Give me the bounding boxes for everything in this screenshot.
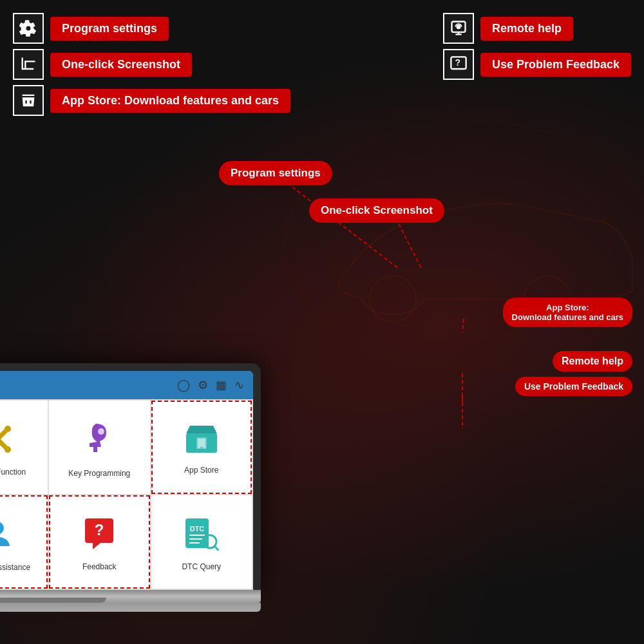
user-icon[interactable]: ◯ xyxy=(177,378,190,392)
remote-icon-box xyxy=(443,13,474,44)
dtc-query-label: DTC Query xyxy=(182,562,221,571)
key-programming-label: Key Programming xyxy=(68,469,130,478)
store-icon xyxy=(19,91,37,109)
app-card-remote-assistance[interactable]: Remote Assistance xyxy=(0,495,48,589)
dtc-query-icon: DTC xyxy=(184,517,219,556)
svg-point-24 xyxy=(5,426,11,432)
program-settings-label: Program settings xyxy=(50,17,169,41)
svg-rect-40 xyxy=(185,518,209,548)
app-header: ← ◯ ⚙ ▦ ∿ xyxy=(0,371,253,399)
svg-point-26 xyxy=(5,446,11,453)
feature-item-remote-help[interactable]: Remote help xyxy=(443,13,573,44)
app-card-special-function[interactable]: Special Function xyxy=(0,401,48,494)
callout-screenshot: One-click Screenshot xyxy=(309,198,444,223)
feature-list-right: Remote help ? Use Problem Feedback xyxy=(443,13,631,80)
special-function-icon xyxy=(0,422,14,461)
appstore-icon xyxy=(185,424,218,459)
feedback-label: Feedback xyxy=(82,562,117,571)
settings-gear-icon[interactable]: ⚙ xyxy=(198,378,208,392)
wifi-icon[interactable]: ∿ xyxy=(234,378,244,392)
svg-text:DTC: DTC xyxy=(189,525,204,533)
crop-icon-box xyxy=(13,49,44,80)
feedback-icon: ? xyxy=(450,55,468,73)
feedback-app-icon: ? xyxy=(82,517,116,556)
gear-icon xyxy=(19,19,37,37)
header-icons: ◯ ⚙ ▦ ∿ xyxy=(177,378,244,392)
crop-icon xyxy=(19,55,37,73)
callout-appstore-sub: Download features and cars xyxy=(512,312,623,322)
app-card-feedback[interactable]: ? Feedback xyxy=(49,495,150,589)
feedback-icon-box: ? xyxy=(443,49,474,80)
feature-item-screenshot[interactable]: One-click Screenshot xyxy=(13,49,290,80)
svg-text:?: ? xyxy=(455,57,460,68)
remote-assistance-icon xyxy=(0,516,15,556)
callout-appstore: App Store: Download features and cars xyxy=(503,298,632,327)
callout-screenshot-text: One-click Screenshot xyxy=(321,204,433,216)
app-card-appstore[interactable]: App Store xyxy=(151,401,252,494)
feature-list-left: Program settings One-click Screenshot Ap… xyxy=(13,13,290,116)
key-programming-icon xyxy=(83,421,115,462)
use-problem-feedback-label: Use Problem Feedback xyxy=(480,53,631,77)
screenshot-label: One-click Screenshot xyxy=(50,53,192,77)
svg-point-0 xyxy=(285,121,644,368)
remote-icon xyxy=(450,19,468,37)
app-card-dtc-query[interactable]: DTC DTC Query xyxy=(151,495,252,589)
svg-text:?: ? xyxy=(95,521,104,538)
svg-point-35 xyxy=(0,522,4,535)
callout-remote-text: Remote help xyxy=(562,355,623,366)
feature-item-appstore[interactable]: App Store: Download features and cars xyxy=(13,85,290,116)
remote-assistance-label: Remote Assistance xyxy=(0,563,30,572)
gear-icon-box xyxy=(13,13,44,44)
laptop-base xyxy=(0,590,261,603)
appstore-label: App Store: Download features and cars xyxy=(50,89,290,113)
svg-point-27 xyxy=(98,428,104,435)
crop-header-icon[interactable]: ▦ xyxy=(216,378,227,392)
callout-program-text: Program settings xyxy=(231,167,321,179)
laptop-foot xyxy=(0,603,261,612)
store-icon-box xyxy=(13,85,44,116)
laptop-screen-outer: ← ◯ ⚙ ▦ ∿ xyxy=(0,363,261,590)
app-card-key-programming[interactable]: Key Programming xyxy=(49,401,150,494)
svg-point-5 xyxy=(456,24,460,29)
remote-help-label: Remote help xyxy=(480,17,573,41)
special-function-label: Special Function xyxy=(0,468,26,477)
appstore-label: App Store xyxy=(184,466,218,475)
feature-item-program-settings[interactable]: Program settings xyxy=(13,13,290,44)
laptop-screen: ← ◯ ⚙ ▦ ∿ xyxy=(0,371,253,590)
callout-program-settings: Program settings xyxy=(219,161,332,185)
callout-remote-help: Remote help xyxy=(553,351,632,372)
svg-line-46 xyxy=(214,546,218,550)
callout-feedback-text: Use Problem Feedback xyxy=(524,381,623,392)
laptop: ← ◯ ⚙ ▦ ∿ xyxy=(0,363,261,612)
callout-feedback: Use Problem Feedback xyxy=(515,377,632,396)
feature-item-feedback[interactable]: ? Use Problem Feedback xyxy=(443,49,631,80)
callout-appstore-title: App Store: xyxy=(512,303,623,312)
app-grid: Car Diagnosis Special Fu xyxy=(0,399,253,590)
